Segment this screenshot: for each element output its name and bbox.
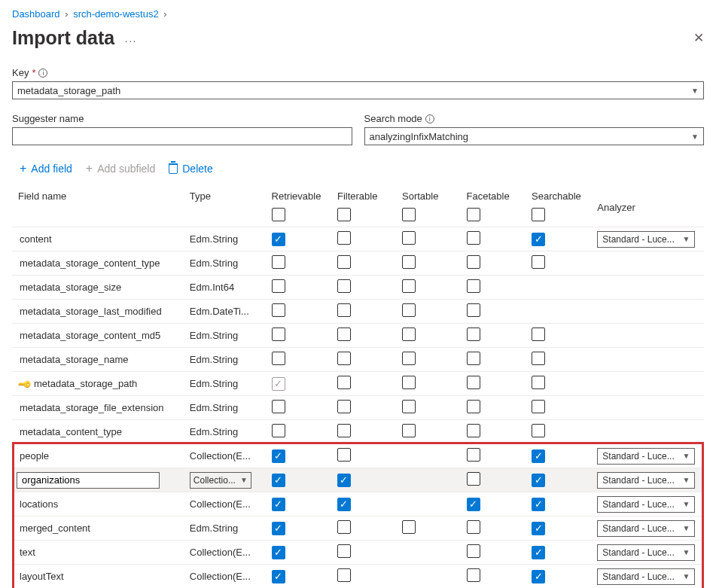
checkbox[interactable]	[467, 424, 480, 437]
checkbox[interactable]	[337, 279, 351, 293]
checkbox[interactable]	[532, 570, 545, 583]
table-row[interactable]: metadata_storage_last_modifiedEdm.DateTi…	[12, 300, 704, 324]
table-row[interactable]: locationsCollection(E...Standard - Luce.…	[12, 492, 704, 516]
checkbox[interactable]	[467, 472, 480, 486]
checkbox[interactable]	[272, 352, 285, 365]
header-checkbox[interactable]	[402, 208, 416, 221]
table-row[interactable]: merged_contentEdm.StringStandard - Luce.…	[12, 516, 704, 541]
table-row[interactable]: 🔑metadata_storage_pathEdm.String	[12, 372, 704, 396]
analyzer-select[interactable]: Standard - Luce...▼	[597, 496, 695, 513]
checkbox[interactable]	[532, 522, 545, 535]
table-row[interactable]: metadata_storage_file_extensionEdm.Strin…	[12, 396, 704, 420]
checkbox[interactable]	[272, 522, 285, 535]
checkbox[interactable]	[337, 255, 351, 269]
checkbox[interactable]	[402, 424, 416, 437]
header-checkbox[interactable]	[532, 208, 545, 221]
checkbox[interactable]	[402, 376, 416, 389]
analyzer-select[interactable]: Standard - Luce...▼	[597, 448, 695, 465]
analyzer-select[interactable]: Standard - Luce...▼	[597, 472, 695, 489]
col-type[interactable]: Type	[184, 183, 266, 227]
info-icon[interactable]: i	[425, 114, 434, 123]
checkbox[interactable]	[272, 498, 285, 511]
table-row[interactable]: Collectio...▼Standard - Luce...▼	[12, 468, 704, 492]
checkbox[interactable]	[402, 520, 416, 534]
checkbox[interactable]	[467, 352, 480, 365]
checkbox[interactable]	[337, 568, 351, 582]
checkbox[interactable]	[272, 255, 285, 269]
checkbox[interactable]	[337, 448, 351, 462]
table-row[interactable]: metadata_content_typeEdm.String	[12, 420, 704, 444]
breadcrumb-link[interactable]: Dashboard	[12, 8, 60, 20]
checkbox[interactable]	[402, 303, 416, 317]
header-checkbox[interactable]	[337, 208, 351, 221]
table-row[interactable]: contentEdm.StringStandard - Luce...▼	[12, 227, 704, 251]
checkbox[interactable]	[467, 498, 480, 511]
checkbox[interactable]	[337, 303, 351, 317]
checkbox[interactable]	[402, 231, 416, 245]
checkbox[interactable]	[337, 498, 351, 511]
checkbox[interactable]	[272, 328, 285, 341]
checkbox[interactable]	[402, 279, 416, 293]
checkbox[interactable]	[337, 400, 351, 413]
checkbox[interactable]	[467, 279, 480, 293]
checkbox[interactable]	[467, 255, 480, 269]
checkbox[interactable]	[337, 474, 351, 487]
checkbox[interactable]	[467, 520, 480, 534]
col-retrievable[interactable]: Retrievable	[266, 183, 331, 227]
checkbox[interactable]	[272, 424, 285, 437]
checkbox[interactable]	[272, 570, 285, 583]
checkbox[interactable]	[467, 400, 480, 413]
table-row[interactable]: metadata_storage_nameEdm.String	[12, 348, 704, 372]
checkbox[interactable]	[467, 376, 480, 389]
checkbox[interactable]	[467, 328, 480, 341]
checkbox[interactable]	[402, 255, 416, 269]
checkbox[interactable]	[532, 376, 545, 389]
field-name-input[interactable]	[17, 472, 160, 489]
analyzer-select[interactable]: Standard - Luce...▼	[597, 231, 695, 248]
col-analyzer[interactable]: Analyzer	[591, 183, 704, 227]
breadcrumb-link[interactable]: srch-demo-westus2	[73, 8, 158, 20]
header-checkbox[interactable]	[467, 208, 480, 221]
key-select[interactable]: metadata_storage_path ▼	[12, 81, 704, 99]
checkbox[interactable]	[337, 231, 351, 245]
checkbox[interactable]	[467, 231, 480, 245]
col-searchable[interactable]: Searchable	[526, 183, 591, 227]
analyzer-select[interactable]: Standard - Luce...▼	[597, 544, 695, 561]
close-icon[interactable]: ✕	[693, 30, 704, 46]
checkbox[interactable]	[532, 352, 545, 365]
checkbox[interactable]	[337, 520, 351, 534]
checkbox[interactable]	[467, 303, 480, 317]
checkbox[interactable]	[337, 328, 351, 341]
checkbox[interactable]	[402, 400, 416, 413]
checkbox[interactable]	[532, 474, 545, 487]
suggester-input[interactable]	[12, 127, 352, 145]
checkbox[interactable]	[532, 400, 545, 413]
analyzer-select[interactable]: Standard - Luce...▼	[597, 568, 695, 585]
checkbox[interactable]	[532, 546, 545, 559]
table-row[interactable]: metadata_storage_sizeEdm.Int64	[12, 276, 704, 300]
checkbox[interactable]	[532, 449, 545, 463]
checkbox[interactable]	[532, 498, 545, 511]
more-icon[interactable]: ···	[117, 35, 137, 47]
analyzer-select[interactable]: Standard - Luce...▼	[597, 520, 695, 537]
col-filterable[interactable]: Filterable	[331, 183, 396, 227]
table-row[interactable]: layoutTextCollection(E...Standard - Luce…	[12, 565, 704, 589]
col-facetable[interactable]: Facetable	[461, 183, 526, 227]
info-icon[interactable]: i	[38, 69, 47, 78]
delete-button[interactable]: Delete	[166, 159, 215, 178]
checkbox[interactable]	[272, 474, 285, 487]
checkbox[interactable]	[467, 448, 480, 462]
table-row[interactable]: peopleCollection(E...Standard - Luce...▼	[12, 444, 704, 468]
checkbox[interactable]	[532, 255, 545, 269]
checkbox[interactable]	[532, 233, 545, 246]
checkbox[interactable]	[532, 424, 545, 437]
checkbox[interactable]	[337, 544, 351, 558]
checkbox[interactable]	[467, 568, 480, 582]
searchmode-select[interactable]: analyzingInfixMatching ▼	[364, 127, 705, 145]
header-checkbox[interactable]	[272, 208, 285, 221]
checkbox[interactable]	[337, 352, 351, 365]
checkbox[interactable]	[272, 279, 285, 293]
checkbox[interactable]	[272, 546, 285, 559]
checkbox[interactable]	[272, 400, 285, 413]
col-sortable[interactable]: Sortable	[396, 183, 461, 227]
